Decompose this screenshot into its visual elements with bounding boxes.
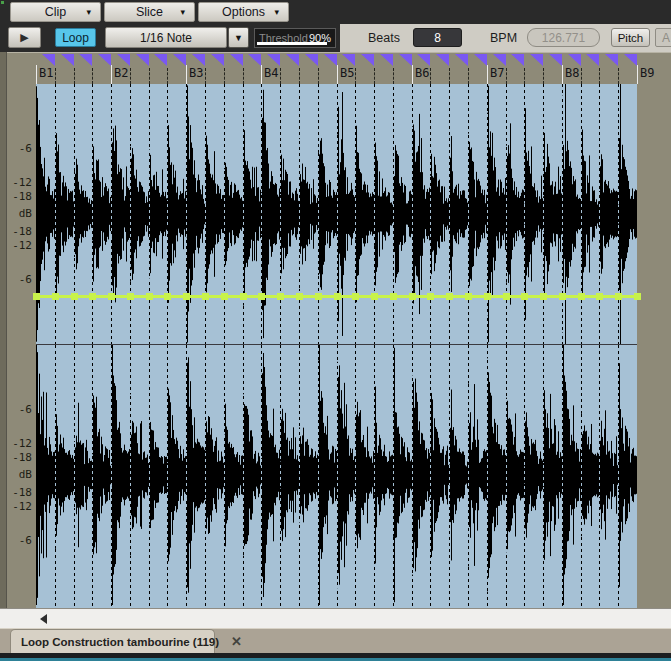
envelope-node[interactable] [52,293,59,300]
slice-marker-icon[interactable] [493,54,506,66]
envelope-node[interactable] [596,293,603,300]
menu-slice-label: Slice [136,5,163,19]
envelope-node[interactable] [578,293,585,300]
slice-marker-icon[interactable] [61,54,74,66]
waveform-left-channel[interactable] [36,84,637,344]
envelope-node[interactable] [202,293,209,300]
pane-divider [36,344,637,345]
slice-marker-icon[interactable] [79,54,92,66]
slice-marker-icon[interactable] [568,54,581,66]
bpm-label: BPM [490,31,517,45]
slice-marker-icon[interactable] [530,54,543,66]
envelope-node[interactable] [33,293,40,300]
slice-marker-icon[interactable] [511,54,524,66]
slice-marker-icon[interactable] [399,54,412,66]
slice-marker-icon[interactable] [98,54,111,66]
envelope-node[interactable] [503,293,510,300]
envelope-node[interactable] [221,293,228,300]
slice-marker-icon[interactable] [173,54,186,66]
envelope-node[interactable] [334,293,341,300]
slice-marker-icon[interactable] [586,54,599,66]
slice-marker-icon[interactable] [286,54,299,66]
slice-marker-icon[interactable] [474,54,487,66]
slice-marker-icon[interactable] [267,54,280,66]
slice-marker-icon[interactable] [549,54,562,66]
slice-marker-icon[interactable] [211,54,224,66]
envelope-node[interactable] [89,293,96,300]
beat-tick [111,65,112,84]
envelope-node[interactable] [446,293,453,300]
envelope-node[interactable] [71,293,78,300]
envelope-node[interactable] [240,293,247,300]
envelope-node[interactable] [258,293,265,300]
slice-marker-icon[interactable] [455,54,468,66]
slice-resolution-value: 1/16 Note [140,31,192,45]
envelope-node[interactable] [352,293,359,300]
slice-marker-icon[interactable] [248,54,261,66]
slice-resolution-select[interactable]: 1/16 Note [105,27,227,48]
envelope-node[interactable] [296,293,303,300]
envelope-node[interactable] [615,293,622,300]
slice-marker-icon[interactable] [136,54,149,66]
pitch-preset-field[interactable]: A [655,28,671,47]
left-arrow-icon[interactable] [40,614,47,624]
bpm-field[interactable]: 126.771 [527,28,600,47]
envelope-node[interactable] [540,293,547,300]
slice-marker-icon[interactable] [380,54,393,66]
envelope-node[interactable] [390,293,397,300]
menu-clip[interactable]: Clip ▾ [10,2,101,22]
loop-button[interactable]: Loop [55,28,96,47]
envelope-node[interactable] [521,293,528,300]
horizontal-scrollbar[interactable] [0,608,671,628]
chevron-down-icon: ▾ [274,7,279,17]
envelope-node[interactable] [183,293,190,300]
envelope-node[interactable] [484,293,491,300]
envelope-node[interactable] [127,293,134,300]
envelope-node[interactable] [634,293,641,300]
slice-marker-icon[interactable] [605,54,618,66]
slice-marker-icon[interactable] [624,54,637,66]
slice-marker-icon[interactable] [305,54,318,66]
envelope-node[interactable] [427,293,434,300]
slice-marker-icon[interactable] [361,54,374,66]
sixteenth-tick [449,68,450,84]
slice-marker-icon[interactable] [342,54,355,66]
sixteenth-tick [224,68,225,84]
beats-field[interactable]: 8 [413,28,462,47]
sixteenth-tick [149,68,150,84]
slice-resolution-dropdown-button[interactable]: ▼ [228,27,249,48]
menu-bar: Clip ▾ Slice ▾ Options ▾ [0,0,671,24]
beat-label: B3 [189,66,203,80]
envelope-node[interactable] [371,293,378,300]
menu-slice[interactable]: Slice ▾ [104,2,195,22]
close-icon[interactable]: ✕ [231,635,242,648]
beat-tick [261,65,262,84]
menu-options[interactable]: Options ▾ [198,2,289,22]
sixteenth-tick [393,68,394,84]
envelope-node[interactable] [559,293,566,300]
tab-loop-construction[interactable]: Loop Construction tambourine (119) ✕ [10,629,215,653]
slice-marker-icon[interactable] [230,54,243,66]
sixteenth-tick [618,68,619,84]
slice-marker-icon[interactable] [42,54,55,66]
slice-marker-icon[interactable] [117,54,130,66]
envelope-node[interactable] [277,293,284,300]
sixteenth-tick [430,68,431,84]
slice-marker-icon[interactable] [324,54,337,66]
envelope-node[interactable] [146,293,153,300]
envelope-node[interactable] [465,293,472,300]
slice-marker-icon[interactable] [192,54,205,66]
play-button[interactable]: ▶ [8,27,41,48]
slice-marker-icon[interactable] [154,54,167,66]
envelope-node[interactable] [315,293,322,300]
waveform-right-channel[interactable] [36,345,637,608]
timeline-ruler[interactable]: B1B2B3B4B5B6B7B8B9 [0,52,671,84]
pitch-button[interactable]: Pitch [611,28,650,47]
beat-tick [487,65,488,84]
threshold-slider[interactable]: Threshold 90% [254,28,336,48]
envelope-node[interactable] [164,293,171,300]
envelope-node[interactable] [409,293,416,300]
slice-marker-icon[interactable] [436,54,449,66]
envelope-node[interactable] [108,293,115,300]
slice-marker-icon[interactable] [417,54,430,66]
